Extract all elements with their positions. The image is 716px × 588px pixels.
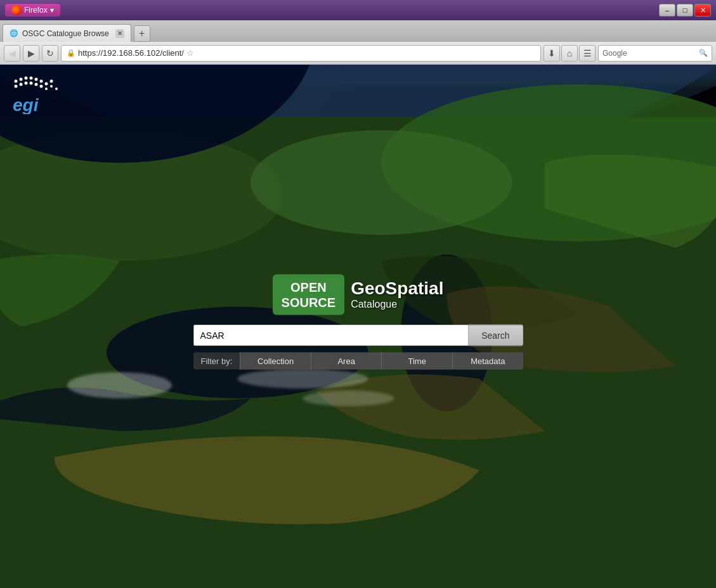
browser-search-bar[interactable]: Google 🔍 (598, 45, 712, 62)
svg-point-29 (50, 85, 53, 88)
lock-icon: 🔒 (67, 49, 75, 57)
egi-logo: egi (6, 71, 76, 119)
firefox-dropdown-icon: ▾ (50, 6, 54, 15)
svg-point-21 (50, 79, 53, 82)
open-label: OPEN (282, 279, 336, 294)
maximize-button[interactable]: □ (677, 4, 693, 16)
svg-point-11 (303, 391, 394, 407)
window-controls: – □ ✕ (659, 4, 711, 16)
svg-point-26 (35, 82, 38, 86)
main-content: egi OPEN SOURCE GeoSpatial Catalogue Sea… (0, 65, 716, 588)
browser-frame: Firefox ▾ – □ ✕ 🌐 OSGC Catalogue Browse … (0, 0, 716, 588)
filter-bar: Filter by: Collection Area Time Metadata (193, 352, 523, 369)
filter-tab-collection[interactable]: Collection (240, 352, 311, 369)
settings-button[interactable]: ☰ (579, 45, 596, 62)
svg-point-30 (55, 88, 58, 90)
open-source-badge: OPEN SOURCE (273, 274, 345, 315)
firefox-label: Firefox (24, 6, 48, 15)
svg-point-27 (40, 84, 43, 88)
source-label: SOURCE (282, 294, 336, 310)
filter-label: Filter by: (193, 352, 240, 369)
geospatial-subtitle: Catalogue (351, 298, 443, 310)
svg-point-19 (40, 79, 43, 82)
forward-button[interactable]: ▶ (23, 45, 39, 62)
filter-tab-time[interactable]: Time (381, 352, 452, 369)
nav-bar: ◀ ▶ ↻ 🔒 https://192.168.56.102/client/ ☆… (0, 42, 716, 65)
title-bar: Firefox ▾ – □ ✕ (0, 0, 716, 20)
svg-point-22 (15, 84, 18, 88)
new-tab-button[interactable]: + (134, 25, 150, 42)
toolbar-buttons: ⬇ ⌂ ☰ (544, 45, 596, 62)
svg-point-16 (25, 76, 28, 79)
svg-point-9 (67, 372, 172, 398)
browser-search-placeholder: Google (602, 49, 627, 58)
svg-point-15 (20, 77, 23, 81)
home-button[interactable]: ⌂ (561, 45, 578, 62)
minimize-button[interactable]: – (659, 4, 675, 16)
search-button[interactable]: Search (468, 324, 523, 346)
filter-tab-metadata[interactable]: Metadata (452, 352, 523, 369)
svg-point-24 (25, 81, 28, 84)
svg-point-25 (30, 81, 33, 84)
filter-tab-area[interactable]: Area (311, 352, 382, 369)
svg-point-10 (237, 369, 368, 389)
back-button[interactable]: ◀ (4, 45, 20, 62)
app-logo: OPEN SOURCE GeoSpatial Catalogue (273, 274, 444, 315)
geospatial-title: GeoSpatial (351, 279, 443, 299)
search-panel: OPEN SOURCE GeoSpatial Catalogue Search … (193, 274, 523, 369)
active-tab[interactable]: 🌐 OSGC Catalogue Browse ✕ (3, 24, 131, 42)
firefox-menu-button[interactable]: Firefox ▾ (5, 4, 60, 16)
tab-bar: 🌐 OSGC Catalogue Browse ✕ + (0, 20, 716, 42)
browser-search-icon: 🔍 (699, 49, 708, 57)
address-url: https://192.168.56.102/client/ (78, 48, 184, 58)
svg-point-17 (30, 76, 33, 79)
tab-title: OSGC Catalogue Browse (22, 29, 109, 38)
svg-point-18 (35, 77, 38, 81)
search-box: Search (193, 324, 523, 346)
bookmark-star-icon[interactable]: ☆ (186, 48, 194, 58)
svg-point-6 (251, 130, 512, 235)
download-button[interactable]: ⬇ (544, 45, 560, 62)
svg-point-28 (45, 88, 48, 90)
svg-point-14 (15, 79, 18, 82)
reload-button[interactable]: ↻ (42, 45, 58, 62)
geospatial-text: GeoSpatial Catalogue (351, 279, 443, 310)
close-button[interactable]: ✕ (694, 4, 711, 16)
tab-close-button[interactable]: ✕ (115, 29, 124, 38)
address-bar[interactable]: 🔒 https://192.168.56.102/client/ ☆ (61, 45, 541, 62)
svg-text:egi: egi (13, 95, 39, 114)
svg-point-23 (20, 82, 23, 86)
egi-logo-svg: egi (10, 76, 73, 114)
tab-favicon: 🌐 (10, 29, 18, 37)
search-input[interactable] (193, 324, 469, 346)
svg-point-20 (45, 82, 48, 85)
